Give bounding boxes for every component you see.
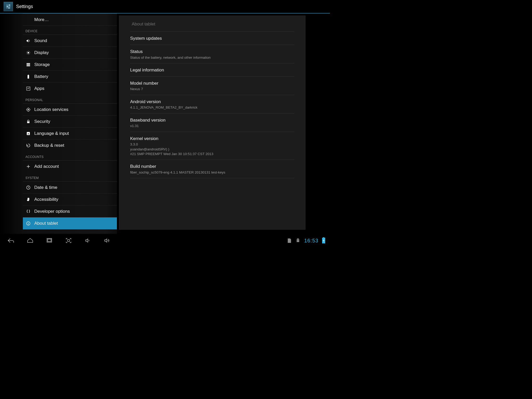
language-icon: A [25,131,31,136]
plus-icon [25,164,31,169]
row-android-version[interactable]: Android version 4.1.1_JENOVA_ROM_BETA2_B… [130,95,294,114]
sidebar-item-label: More… [25,17,49,22]
row-kernel-version: Kernel version 3.3.0 yuandan@androidSRV)… [130,132,294,160]
sidebar-item-language[interactable]: A Language & input [23,128,117,139]
row-status[interactable]: Status Status of the battery, network, a… [130,45,294,63]
sidebar-item-apps[interactable]: Apps [23,83,117,95]
sidebar-item-developer[interactable]: Developer options [23,205,117,217]
lock-icon [25,119,31,124]
android-icon [295,238,301,243]
battery-icon [25,74,31,79]
home-button[interactable] [24,235,36,246]
row-subtitle: 4.1.1_JENOVA_ROM_BETA2_BY_darkrick [130,105,294,110]
battery-charging-icon [322,238,325,243]
main-panel-container: About tablet System updates Status Statu… [117,14,330,234]
sidebar-item-label: Language & input [34,131,69,136]
svg-rect-18 [28,75,29,79]
row-title: Baseband version [130,117,294,123]
row-subtitle: Status of the battery, network, and othe… [130,55,294,60]
sidebar-item-security[interactable]: Security [23,116,117,128]
svg-rect-15 [26,63,30,64]
braces-icon [25,209,31,214]
svg-line-13 [27,54,28,54]
sidebar-item-label: Add account [34,164,59,169]
svg-rect-37 [48,239,51,242]
sidebar-item-about[interactable]: About tablet [23,217,117,229]
sidebar-item-datetime[interactable]: Date & time [23,182,117,194]
row-legal[interactable]: Legal information [130,63,294,77]
system-navbar: 16:53 [0,234,330,247]
svg-line-11 [27,51,28,52]
panel-title: About tablet [130,16,294,32]
sidebar-item-label: About tablet [34,221,58,226]
recent-apps-button[interactable] [43,235,56,246]
svg-rect-19 [28,75,29,75]
sidebar-item-label: Battery [34,74,48,79]
clock-label: 16:53 [304,238,318,244]
settings-sidebar: More… DEVICE Sound Display Storage Batte… [0,14,117,234]
sidebar-item-display[interactable]: Display [23,47,117,59]
sidebar-item-backup[interactable]: Backup & reset [23,139,117,151]
display-icon [25,50,31,56]
sidebar-item-more[interactable]: More… [23,14,117,26]
sidebar-item-label: Storage [34,62,50,67]
svg-point-40 [297,239,297,239]
svg-point-22 [28,109,29,110]
sdcard-icon [287,238,292,243]
row-title: Build number [130,163,294,170]
row-subtitle: v1.31 [130,124,294,128]
category-system: SYSTEM [23,172,117,181]
volume-down-button[interactable] [82,235,94,246]
svg-point-41 [298,239,299,239]
category-personal: PERSONAL [23,95,117,103]
sidebar-item-sound[interactable]: Sound [23,35,117,47]
row-title: Status [130,49,294,55]
row-system-updates[interactable]: System updates [130,32,294,45]
category-device: DEVICE [23,26,117,35]
sidebar-item-add-account[interactable]: Add account [23,161,117,172]
row-title: Android version [130,99,294,105]
sidebar-item-battery[interactable]: Battery [23,71,117,83]
status-area[interactable]: 16:53 [287,238,325,244]
row-title: Kernel version [130,136,294,142]
row-title: Model number [130,80,294,87]
row-baseband-version: Baseband version v1.31 [130,114,294,132]
sidebar-item-label: Apps [34,86,44,91]
back-button[interactable] [5,235,17,246]
sidebar-item-label: Developer options [34,209,70,214]
row-model-number: Model number Nexus 7 [130,77,294,95]
sidebar-item-label: Location services [34,107,68,112]
screenshot-button[interactable] [62,235,75,246]
row-title: Legal information [130,67,294,73]
svg-point-5 [9,8,10,9]
apps-icon [25,86,31,91]
app-title: Settings [16,4,33,9]
sidebar-item-label: Display [34,50,49,55]
svg-point-3 [9,5,10,6]
sidebar-item-storage[interactable]: Storage [23,59,117,71]
settings-app-icon [4,2,13,11]
row-subtitle: 3.3.0 yuandan@androidSRV) ) #21 SMP PREE… [130,142,294,156]
svg-text:A: A [28,132,29,135]
sidebar-item-label: Sound [34,38,47,43]
about-tablet-panel: About tablet System updates Status Statu… [119,16,305,230]
sidebar-item-label: Security [34,119,50,124]
backup-icon [25,143,31,148]
row-subtitle: fiber_sochip_sc5079-eng 4.1.1 MASTER 201… [130,170,294,175]
svg-rect-20 [26,87,30,90]
location-icon [25,107,31,112]
sidebar-item-label: Accessibility [34,197,58,202]
sound-icon [25,38,31,44]
sidebar-item-accessibility[interactable]: Accessibility [23,194,117,205]
row-build-number: Build number fiber_sochip_sc5079-eng 4.1… [130,160,294,178]
storage-icon [25,62,31,68]
svg-point-6 [28,52,29,54]
svg-rect-17 [26,65,30,66]
category-accounts: ACCOUNTS [23,151,117,160]
sidebar-item-location[interactable]: Location services [23,104,117,116]
clock-icon [25,185,31,190]
app-header: Settings [0,0,330,14]
svg-rect-38 [68,240,69,241]
row-subtitle: Nexus 7 [130,87,294,91]
volume-up-button[interactable] [101,235,113,246]
